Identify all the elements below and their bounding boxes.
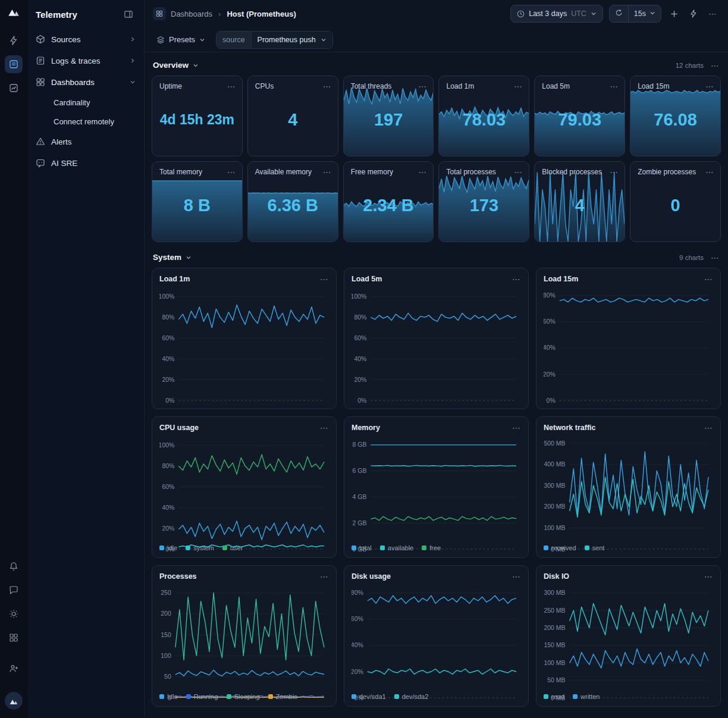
source-filter[interactable]: source Prometheus push xyxy=(216,31,333,49)
card-menu-icon[interactable]: ⋯ xyxy=(227,168,236,176)
legend-item[interactable]: user xyxy=(222,544,243,551)
legend-label: system xyxy=(193,544,214,551)
legend-swatch xyxy=(159,545,164,550)
invite-user-icon[interactable] xyxy=(5,660,23,678)
card-menu-icon[interactable]: ⋯ xyxy=(610,168,619,176)
chart-menu-icon[interactable]: ⋯ xyxy=(512,572,521,581)
refresh-button[interactable] xyxy=(610,5,628,22)
chart-menu-icon[interactable]: ⋯ xyxy=(320,424,329,432)
svg-text:250 MB: 250 MB xyxy=(544,607,565,614)
legend-swatch xyxy=(544,545,548,550)
legend-item[interactable]: Idle xyxy=(159,693,178,700)
chart-menu-icon[interactable]: ⋯ xyxy=(320,572,329,581)
legend-item[interactable]: system xyxy=(186,544,214,551)
top-bar: Dashboards › Host (Prometheus) Last 3 da… xyxy=(145,0,728,27)
legend-item[interactable]: idle xyxy=(159,544,177,551)
chart-legend: totalavailablefree xyxy=(352,543,521,553)
card-menu-icon[interactable]: ⋯ xyxy=(323,168,332,176)
chart-menu-icon[interactable]: ⋯ xyxy=(512,424,521,432)
apps-grid-icon[interactable] xyxy=(5,629,23,647)
sidebar-item-logs-traces[interactable]: Logs & traces xyxy=(27,50,144,71)
legend-item[interactable]: dev/sda1 xyxy=(352,693,386,700)
card-menu-icon[interactable]: ⋯ xyxy=(705,82,714,90)
legend-item[interactable]: dev/sda2 xyxy=(394,693,429,700)
overview-chart-count: 12 charts xyxy=(676,62,704,69)
sidebar-item-ai-sre[interactable]: AI SRE xyxy=(27,152,144,174)
legend-item[interactable]: Sleeping xyxy=(227,693,260,700)
legend-item[interactable]: written xyxy=(573,693,600,700)
card-menu-icon[interactable]: ⋯ xyxy=(418,168,427,176)
svg-text:100%: 100% xyxy=(159,293,174,300)
card-menu-icon[interactable]: ⋯ xyxy=(418,82,427,90)
sidebar-item-connect-remotely[interactable]: Connect remotely xyxy=(27,112,144,131)
legend-item[interactable]: sent xyxy=(585,544,605,551)
legend-item[interactable]: Running xyxy=(186,693,218,700)
chat-square-icon xyxy=(36,158,45,168)
chart-menu-icon[interactable]: ⋯ xyxy=(704,424,713,432)
breadcrumb-dashboard-icon[interactable] xyxy=(153,7,166,20)
legend-swatch xyxy=(227,694,231,699)
app-logo-icon[interactable] xyxy=(7,6,20,18)
sidebar-item-dashboards[interactable]: Dashboards xyxy=(27,71,144,93)
legend-item[interactable]: Zombie xyxy=(268,693,298,700)
svg-text:60%: 60% xyxy=(162,334,174,341)
legend-item[interactable]: total xyxy=(352,544,372,551)
legend-item[interactable]: received xyxy=(544,544,576,551)
legend-swatch xyxy=(186,694,191,699)
rail-charts-icon[interactable] xyxy=(5,79,23,97)
overview-stats-grid: Uptime⋯ 4d 15h 23m CPUs⋯ 4 Total threads… xyxy=(152,76,721,242)
chart-title: Processes xyxy=(159,572,197,581)
svg-text:100%: 100% xyxy=(352,293,366,300)
rail-bolt-icon[interactable] xyxy=(5,32,23,49)
cube-icon xyxy=(36,35,45,44)
chart-card-cpu-usage: CPU usage⋯ 0%20%40%60%80%100% idlesystem… xyxy=(152,416,337,558)
chart-card-load-5m: Load 5m⋯ 0%20%40%60%80%100% xyxy=(344,268,529,409)
legend-item[interactable]: available xyxy=(380,544,413,551)
svg-text:80%: 80% xyxy=(162,313,174,321)
rail-logs-icon[interactable] xyxy=(5,55,23,73)
section-title: Overview xyxy=(153,61,189,70)
overview-section-toggle[interactable]: Overview xyxy=(153,61,199,70)
svg-text:100%: 100% xyxy=(159,441,174,449)
clock-icon xyxy=(517,10,525,18)
quick-actions-bolt-icon[interactable] xyxy=(687,7,700,20)
presets-button[interactable]: Presets xyxy=(153,32,209,47)
legend-swatch xyxy=(422,545,426,550)
refresh-interval-button[interactable]: 15s xyxy=(628,5,661,22)
breadcrumb-root[interactable]: Dashboards xyxy=(171,10,212,18)
card-menu-icon[interactable]: ⋯ xyxy=(514,168,523,176)
svg-text:20%: 20% xyxy=(162,525,174,532)
card-menu-icon[interactable]: ⋯ xyxy=(610,82,619,90)
collapse-sidebar-icon[interactable] xyxy=(121,7,136,21)
chart-menu-icon[interactable]: ⋯ xyxy=(512,275,521,283)
time-range-button[interactable]: Last 3 days UTC xyxy=(510,5,603,23)
card-menu-icon[interactable]: ⋯ xyxy=(514,82,523,90)
theme-sun-icon[interactable] xyxy=(5,605,23,623)
system-section-toggle[interactable]: System xyxy=(153,253,192,262)
card-menu-icon[interactable]: ⋯ xyxy=(323,82,332,90)
chevron-down-icon xyxy=(130,79,136,85)
card-menu-icon[interactable]: ⋯ xyxy=(705,168,714,176)
chevron-down-icon xyxy=(186,255,192,261)
sidebar-item-sources[interactable]: Sources xyxy=(27,29,144,50)
chart-menu-icon[interactable]: ⋯ xyxy=(704,275,713,283)
sidebar-item-alerts[interactable]: Alerts xyxy=(27,131,144,152)
svg-text:60%: 60% xyxy=(354,334,366,341)
legend-item[interactable]: free xyxy=(422,544,441,551)
stat-card-cpus: CPUs⋯ 4 xyxy=(247,76,338,156)
system-section-menu-icon[interactable]: ⋯ xyxy=(711,253,720,262)
notifications-bell-icon[interactable] xyxy=(5,557,23,575)
stat-title: Zombie processes xyxy=(638,168,696,176)
add-chart-button[interactable] xyxy=(667,7,681,21)
chart-card-processes: Processes⋯ 050100150200250 IdleRunningSl… xyxy=(152,565,337,707)
feedback-chat-icon[interactable] xyxy=(5,581,23,599)
chart-menu-icon[interactable]: ⋯ xyxy=(704,572,713,581)
dashboard-menu-icon[interactable]: ⋯ xyxy=(706,7,720,20)
overview-section-menu-icon[interactable]: ⋯ xyxy=(711,61,720,70)
sidebar-item-cardinality[interactable]: Cardinality xyxy=(27,93,144,112)
legend-swatch xyxy=(544,694,548,699)
card-menu-icon[interactable]: ⋯ xyxy=(227,82,236,90)
workspace-avatar[interactable] xyxy=(5,692,23,710)
chart-menu-icon[interactable]: ⋯ xyxy=(320,275,329,283)
legend-item[interactable]: read xyxy=(544,693,564,700)
